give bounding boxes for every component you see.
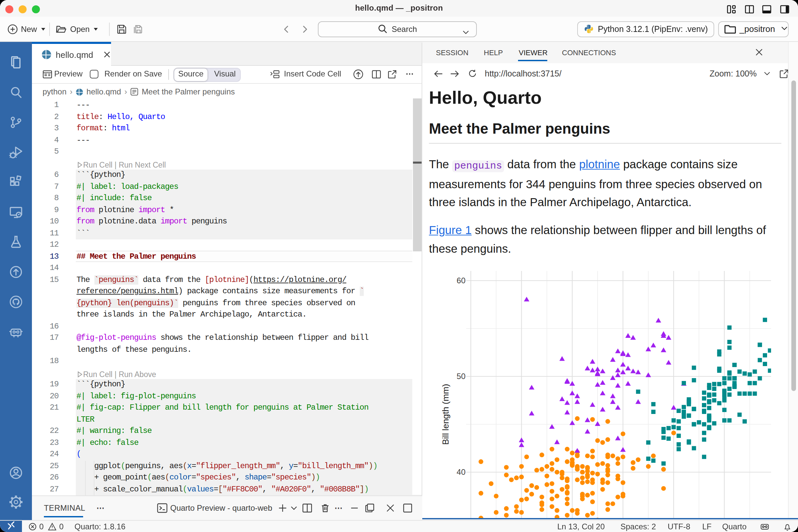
- svg-text:Bill length (mm): Bill length (mm): [440, 384, 451, 444]
- svg-text:50: 50: [457, 372, 466, 381]
- svg-text:40: 40: [457, 468, 466, 476]
- svg-text:60: 60: [457, 276, 466, 285]
